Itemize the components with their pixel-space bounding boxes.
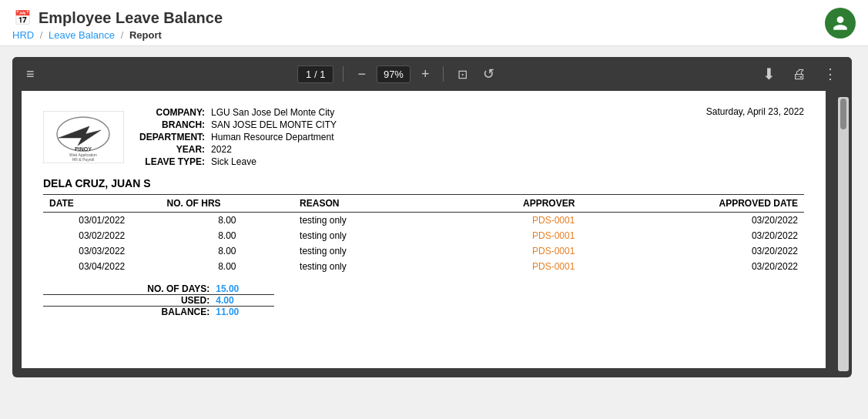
no-of-days-label: NO. OF DAYS: — [43, 283, 216, 295]
cell-date: 03/02/2022 — [43, 228, 161, 243]
branch-value: SAN JOSE DEL MONTE CITY — [208, 119, 340, 131]
svg-text:PINOY: PINOY — [75, 146, 92, 152]
pdf-scrollbar-thumb[interactable] — [840, 99, 846, 129]
branch-label: BRANCH: — [136, 119, 208, 131]
company-label: COMPANY: — [136, 106, 208, 119]
report-logo-area: PINOY Web Application HR & Payroll COMPA… — [43, 106, 340, 168]
cell-reason: testing only — [293, 228, 412, 243]
leave-type-value: Sick Leave — [208, 156, 340, 168]
page-current: 1 — [306, 69, 311, 80]
col-hrs: NO. OF HRS — [161, 195, 294, 213]
cell-approver: PDS-0001 — [412, 243, 621, 259]
cell-date: 03/01/2022 — [43, 213, 161, 229]
col-approved-date: APPROVED DATE — [621, 195, 804, 213]
cell-approved-date: 03/20/2022 — [621, 213, 804, 229]
pdf-viewer: ≡ 1 / 1 − 97% + ⊡ ↺ ⬇ 🖨 ⋮ — [12, 57, 852, 377]
toolbar-divider — [343, 66, 344, 82]
department-value: Human Resource Department — [208, 131, 340, 143]
print-button[interactable]: 🖨 — [788, 63, 811, 85]
zoom-out-button[interactable]: − — [353, 63, 370, 85]
report-header: PINOY Web Application HR & Payroll COMPA… — [43, 106, 804, 168]
fit-page-button[interactable]: ⊡ — [453, 64, 472, 85]
report-info: COMPANY: LGU San Jose Del Monte City BRA… — [136, 106, 340, 168]
cell-reason: testing only — [293, 259, 412, 274]
used-value: 4.00 — [216, 295, 274, 307]
company-value: LGU San Jose Del Monte City — [208, 106, 340, 119]
main-content: ≡ 1 / 1 − 97% + ⊡ ↺ ⬇ 🖨 ⋮ — [0, 46, 868, 388]
breadcrumb: HRD / Leave Balance / Report — [12, 29, 856, 41]
app-header: 📅 Employee Leave Balance HRD / Leave Bal… — [0, 0, 868, 46]
download-button[interactable]: ⬇ — [758, 62, 780, 86]
leave-type-label: LEAVE TYPE: — [136, 156, 208, 168]
table-row: 03/01/2022 8.00 testing only PDS-0001 03… — [43, 213, 804, 229]
breadcrumb-leave-balance[interactable]: Leave Balance — [49, 29, 115, 41]
col-reason: REASON — [293, 195, 412, 213]
cell-approver: PDS-0001 — [412, 213, 621, 229]
pdf-scrollbar[interactable] — [838, 97, 849, 371]
table-row: 03/02/2022 8.00 testing only PDS-0001 03… — [43, 228, 804, 243]
year-label: YEAR: — [136, 143, 208, 156]
cell-hrs: 8.00 — [161, 228, 294, 243]
cell-reason: testing only — [293, 243, 412, 259]
hamburger-menu-button[interactable]: ≡ — [22, 63, 39, 85]
balance-label: BALANCE: — [43, 307, 216, 318]
cell-hrs: 8.00 — [161, 213, 294, 229]
toolbar-divider2 — [443, 66, 444, 82]
breadcrumb-hrd[interactable]: HRD — [12, 29, 34, 41]
more-options-button[interactable]: ⋮ — [819, 62, 843, 85]
page-title: 📅 Employee Leave Balance — [12, 8, 856, 28]
col-approver: APPROVER — [412, 195, 621, 213]
leave-table: DATE NO. OF HRS REASON APPROVER APPROVED… — [43, 194, 804, 274]
zoom-in-button[interactable]: + — [417, 63, 434, 85]
page-indicator: 1 / 1 — [297, 65, 333, 83]
used-label: USED: — [43, 295, 216, 307]
person-icon — [832, 15, 849, 32]
rotate-button[interactable]: ↺ — [478, 62, 499, 85]
cell-approver: PDS-0001 — [412, 259, 621, 274]
avatar-button[interactable] — [825, 8, 856, 39]
cell-approved-date: 03/20/2022 — [621, 228, 804, 243]
employee-name: DELA CRUZ, JUAN S — [43, 177, 804, 189]
page-total: 1 — [320, 69, 325, 80]
table-row: 03/04/2022 8.00 testing only PDS-0001 03… — [43, 259, 804, 274]
col-date: DATE — [43, 195, 161, 213]
report-date: Saturday, April 23, 2022 — [706, 106, 804, 117]
summary-table: NO. OF DAYS: 15.00 USED: 4.00 BALANCE: 1… — [43, 283, 274, 317]
balance-value: 11.00 — [216, 307, 274, 318]
cell-hrs: 8.00 — [161, 243, 294, 259]
year-value: 2022 — [208, 143, 340, 156]
pdf-toolbar: ≡ 1 / 1 − 97% + ⊡ ↺ ⬇ 🖨 ⋮ — [12, 57, 852, 91]
department-label: DEPARTMENT: — [136, 131, 208, 143]
pdf-page: PINOY Web Application HR & Payroll COMPA… — [22, 91, 826, 368]
cell-approver: PDS-0001 — [412, 228, 621, 243]
zoom-indicator: 97% — [377, 65, 411, 83]
calendar-icon: 📅 — [12, 8, 32, 28]
no-of-days-value: 15.00 — [216, 283, 274, 295]
cell-date: 03/04/2022 — [43, 259, 161, 274]
pdf-scroll-area: PINOY Web Application HR & Payroll COMPA… — [12, 91, 852, 377]
breadcrumb-current: Report — [129, 29, 162, 41]
cell-hrs: 8.00 — [161, 259, 294, 274]
cell-approved-date: 03/20/2022 — [621, 259, 804, 274]
svg-text:HR & Payroll: HR & Payroll — [72, 157, 95, 162]
table-row: 03/03/2022 8.00 testing only PDS-0001 03… — [43, 243, 804, 259]
cell-reason: testing only — [293, 213, 412, 229]
company-logo: PINOY Web Application HR & Payroll — [43, 111, 124, 163]
cell-date: 03/03/2022 — [43, 243, 161, 259]
cell-approved-date: 03/20/2022 — [621, 243, 804, 259]
